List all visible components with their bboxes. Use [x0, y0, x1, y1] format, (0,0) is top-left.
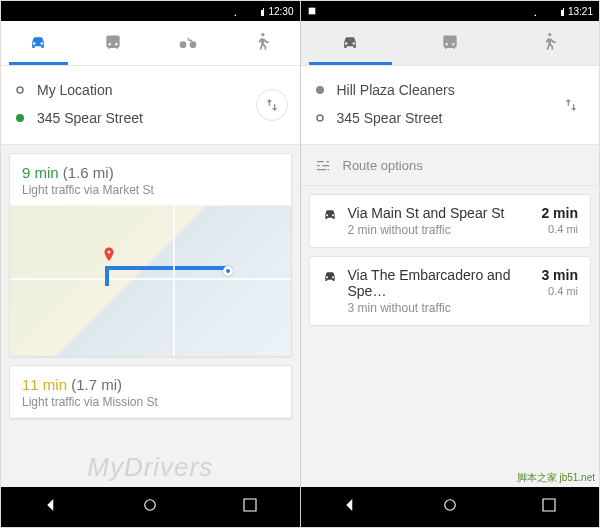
route-headline: 11 min (1.7 mi): [22, 376, 279, 393]
nav-home[interactable]: [117, 488, 183, 526]
swap-icon: [563, 97, 579, 113]
back-icon: [42, 496, 60, 514]
route-sub: 3 min without traffic: [348, 301, 532, 315]
recent-icon: [241, 496, 259, 514]
car-icon: [340, 33, 360, 53]
to-label: 345 Spear Street: [337, 110, 588, 126]
route-item[interactable]: Via Main St and Spear St 2 min without t…: [309, 194, 592, 248]
battery-icon: [554, 6, 564, 16]
locations-panel: My Location 345 Spear Street: [1, 66, 300, 145]
origin-dot-icon: [13, 85, 27, 95]
android-navbar: [301, 487, 600, 527]
route-options[interactable]: Route options: [301, 145, 600, 186]
svg-point-0: [17, 87, 23, 93]
source-watermark: 脚本之家 jb51.net: [517, 471, 595, 485]
signal-icon: [240, 6, 250, 16]
statusbar: 12:30: [1, 1, 300, 21]
mode-tabs: [1, 21, 300, 66]
route-sub: Light traffic via Market St: [22, 183, 279, 197]
phone-left: 12:30 My Location 345 Spear Street: [1, 1, 300, 527]
route-via: Via The Embarcadero and Spe…: [348, 267, 532, 299]
tab-walk[interactable]: [500, 21, 600, 65]
tab-car[interactable]: [1, 21, 76, 65]
svg-point-4: [316, 86, 324, 94]
statusbar: 13:21: [301, 1, 600, 21]
phone-right: 13:21 Hill Plaza Cleaners 345 Spear Stre…: [300, 1, 600, 527]
status-time: 13:21: [568, 6, 593, 17]
nav-home[interactable]: [417, 488, 483, 526]
route-sub: 2 min without traffic: [348, 223, 532, 237]
swap-button[interactable]: [256, 89, 288, 121]
routes-content: Via Main St and Spear St 2 min without t…: [301, 186, 600, 487]
back-icon: [341, 496, 359, 514]
location-icon: [526, 6, 536, 16]
nav-back[interactable]: [18, 488, 84, 526]
home-icon: [441, 496, 459, 514]
to-row[interactable]: 345 Spear Street: [313, 104, 588, 132]
to-row[interactable]: 345 Spear Street: [13, 104, 288, 132]
bike-icon: [178, 33, 198, 53]
map-pin-icon: [100, 242, 118, 260]
svg-point-2: [145, 500, 156, 511]
svg-point-1: [16, 114, 24, 122]
nav-recent[interactable]: [516, 488, 582, 526]
status-time: 12:30: [268, 6, 293, 17]
route-headline: 9 min (1.6 mi): [22, 164, 279, 181]
route-sub: Light traffic via Mission St: [22, 395, 279, 409]
current-location-dot: [223, 266, 233, 276]
route-dist: 0.4 mi: [541, 223, 578, 235]
screenshot-icon: [307, 6, 317, 16]
map-preview: [10, 206, 291, 356]
car-icon: [322, 269, 338, 285]
from-label: My Location: [37, 82, 288, 98]
route-time: 3 min: [541, 267, 578, 283]
destination-dot-icon: [313, 113, 327, 123]
transit-icon: [440, 33, 460, 53]
from-row[interactable]: My Location: [13, 76, 288, 104]
walk-icon: [539, 33, 559, 53]
tab-bike[interactable]: [150, 21, 225, 65]
destination-dot-icon: [13, 113, 27, 123]
tab-transit[interactable]: [400, 21, 500, 65]
tab-car[interactable]: [301, 21, 401, 65]
battery-icon: [254, 6, 264, 16]
route-card-2[interactable]: 11 min (1.7 mi) Light traffic via Missio…: [9, 365, 292, 419]
tune-icon: [315, 157, 331, 173]
route-options-label: Route options: [343, 158, 423, 173]
transit-icon: [103, 33, 123, 53]
nav-back[interactable]: [317, 488, 383, 526]
tab-walk[interactable]: [225, 21, 300, 65]
signal-icon: [540, 6, 550, 16]
tab-transit[interactable]: [76, 21, 151, 65]
nav-recent[interactable]: [217, 488, 283, 526]
swap-button[interactable]: [555, 89, 587, 121]
android-navbar: [1, 487, 300, 527]
svg-point-6: [445, 500, 456, 511]
route-dist: 0.4 mi: [541, 285, 578, 297]
route-time: 2 min: [541, 205, 578, 221]
car-icon: [28, 33, 48, 53]
to-label: 345 Spear Street: [37, 110, 288, 126]
from-row[interactable]: Hill Plaza Cleaners: [313, 76, 588, 104]
origin-dot-icon: [313, 85, 327, 95]
route-card-1[interactable]: 9 min (1.6 mi) Light traffic via Market …: [9, 153, 292, 357]
mode-tabs: [301, 21, 600, 66]
home-icon: [141, 496, 159, 514]
swap-icon: [264, 97, 280, 113]
from-label: Hill Plaza Cleaners: [337, 82, 588, 98]
routes-content: 9 min (1.6 mi) Light traffic via Market …: [1, 145, 300, 487]
svg-point-5: [317, 115, 323, 121]
route-item[interactable]: Via The Embarcadero and Spe… 3 min witho…: [309, 256, 592, 326]
recent-icon: [540, 496, 558, 514]
locations-panel: Hill Plaza Cleaners 345 Spear Street: [301, 66, 600, 145]
route-via: Via Main St and Spear St: [348, 205, 532, 221]
walk-icon: [252, 33, 272, 53]
car-icon: [322, 207, 338, 223]
svg-rect-3: [308, 8, 315, 15]
location-icon: [226, 6, 236, 16]
